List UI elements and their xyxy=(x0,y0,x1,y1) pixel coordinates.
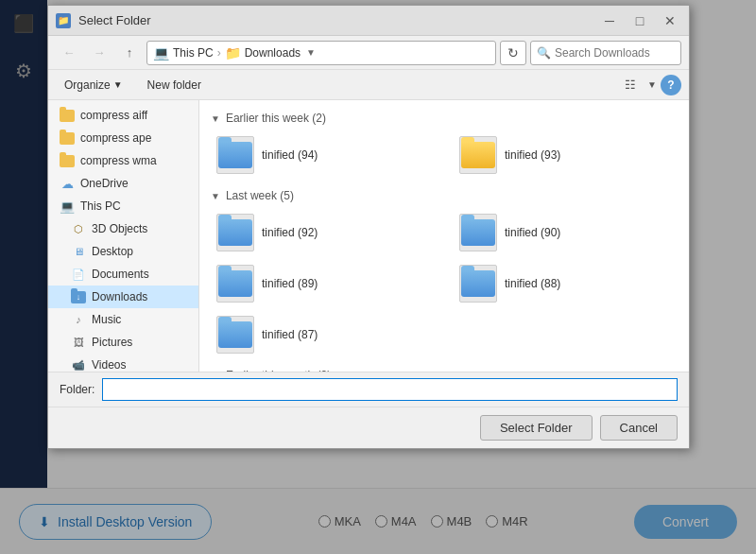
videos-icon: 📹 xyxy=(71,357,86,372)
section-header-earlier-this-week[interactable]: ▼ Earlier this week (2) xyxy=(211,112,678,125)
view-chevron-icon: ▼ xyxy=(647,79,657,90)
file-item-88[interactable]: tinified (88) xyxy=(454,261,678,306)
cloud-icon: ☁ xyxy=(60,176,75,191)
file-thumb-87 xyxy=(216,316,254,354)
cancel-button[interactable]: Cancel xyxy=(600,415,678,441)
files-panel: ▼ Earlier this week (2) tinified (94) ti… xyxy=(199,100,689,372)
sidebar-item-label: Downloads xyxy=(92,290,147,303)
sidebar-item-label: compress ape xyxy=(80,131,151,145)
folder-label: Folder: xyxy=(60,383,94,396)
dialog-footer: Folder: xyxy=(48,372,689,407)
toolbar2-right: ☷ ▼ ? xyxy=(617,73,681,97)
sidebar-item-compress-aiff[interactable]: compress aiff xyxy=(48,104,198,127)
folder-icon xyxy=(60,108,75,123)
dialog-buttons: Select Folder Cancel xyxy=(48,407,689,448)
sidebar-item-videos[interactable]: 📹 Videos xyxy=(48,354,198,372)
sidebar-item-label: Music xyxy=(92,313,121,326)
folder-icon xyxy=(60,130,75,146)
sidebar-item-compress-wma[interactable]: compress wma xyxy=(48,149,198,172)
folder-sidebar: compress aiff compress ape compress wma … xyxy=(48,100,199,372)
address-this-pc: This PC xyxy=(173,46,214,60)
sidebar-item-label: Documents xyxy=(92,268,149,281)
navigation-toolbar: ← → ↑ 💻 This PC › 📁 Downloads ▼ ↻ 🔍 xyxy=(48,36,689,70)
search-icon: 🔍 xyxy=(537,46,551,60)
close-button[interactable]: ✕ xyxy=(659,9,681,32)
search-box[interactable]: 🔍 xyxy=(530,41,681,65)
sidebar-item-label: Videos xyxy=(92,358,126,372)
refresh-button[interactable]: ↻ xyxy=(500,41,526,65)
organize-label: Organize xyxy=(64,78,111,92)
file-grid-earlier-this-week: tinified (94) tinified (93) xyxy=(211,132,678,178)
sidebar-item-label: Pictures xyxy=(92,336,132,349)
file-thumb-93 xyxy=(459,136,497,174)
section-chevron-icon: ▼ xyxy=(211,191,220,201)
download-folder-icon xyxy=(71,289,86,304)
organize-toolbar: Organize ▼ New folder ☷ ▼ ? xyxy=(48,70,689,100)
address-sep-1: › xyxy=(217,46,221,60)
file-label: tinified (87) xyxy=(262,328,318,341)
pictures-icon: 🖼 xyxy=(71,335,86,350)
file-label: tinified (92) xyxy=(262,226,318,239)
up-button[interactable]: ↑ xyxy=(116,40,143,66)
file-thumb-92 xyxy=(216,214,254,251)
sidebar-item-downloads[interactable]: Downloads xyxy=(48,286,198,308)
file-item-94[interactable]: tinified (94) xyxy=(211,132,435,178)
sidebar-item-pictures[interactable]: 🖼 Pictures xyxy=(48,331,198,354)
file-thumb-90 xyxy=(459,214,497,251)
organize-button[interactable]: Organize ▼ xyxy=(56,75,131,95)
file-item-87[interactable]: tinified (87) xyxy=(211,312,435,357)
3d-icon: ⬡ xyxy=(71,221,86,236)
file-grid-last-week: tinified (92) tinified (90) tinified (89… xyxy=(211,210,678,357)
sidebar-item-label: 3D Objects xyxy=(92,222,147,235)
section-label: Last week (5) xyxy=(226,189,294,202)
organize-chevron-icon: ▼ xyxy=(113,79,123,90)
sidebar-item-label: OneDrive xyxy=(80,177,129,190)
sidebar-item-compress-ape[interactable]: compress ape xyxy=(48,127,198,149)
sidebar-item-label: This PC xyxy=(80,199,121,213)
address-chevron-icon: ▼ xyxy=(306,47,316,58)
file-item-90[interactable]: tinified (90) xyxy=(454,210,678,255)
folder-input[interactable] xyxy=(102,378,678,401)
help-button[interactable]: ? xyxy=(661,75,681,95)
dialog-content: compress aiff compress ape compress wma … xyxy=(48,100,689,372)
sidebar-item-onedrive[interactable]: ☁ OneDrive xyxy=(48,172,198,195)
file-label: tinified (90) xyxy=(505,226,560,239)
file-label: tinified (89) xyxy=(262,277,318,290)
dialog-titlebar: 📁 Select Folder ─ □ ✕ xyxy=(48,6,689,36)
select-folder-dialog: 📁 Select Folder ─ □ ✕ ← → ↑ 💻 This PC › … xyxy=(47,5,690,449)
section-chevron-icon: ▼ xyxy=(211,113,220,124)
file-thumb-89 xyxy=(216,265,254,303)
file-thumb-94 xyxy=(216,136,254,174)
sidebar-item-this-pc[interactable]: 💻 This PC xyxy=(48,195,198,217)
file-item-93[interactable]: tinified (93) xyxy=(454,132,678,178)
file-item-89[interactable]: tinified (89) xyxy=(211,261,435,306)
search-input[interactable] xyxy=(555,46,675,60)
sidebar-item-3d-objects[interactable]: ⬡ 3D Objects xyxy=(48,217,198,240)
pc-icon: 💻 xyxy=(60,199,75,214)
sidebar-item-desktop[interactable]: 🖥 Desktop xyxy=(48,240,198,263)
section-header-last-week[interactable]: ▼ Last week (5) xyxy=(211,189,678,202)
maximize-button[interactable]: □ xyxy=(628,9,651,32)
dialog-title-icon: 📁 xyxy=(56,13,71,28)
file-thumb-88 xyxy=(459,265,497,303)
file-label: tinified (88) xyxy=(505,277,560,290)
sidebar-item-label: Desktop xyxy=(92,245,133,258)
section-label: Earlier this week (2) xyxy=(226,112,326,125)
docs-icon: 📄 xyxy=(71,267,86,282)
new-folder-button[interactable]: New folder xyxy=(139,75,210,95)
address-bar[interactable]: 💻 This PC › 📁 Downloads ▼ xyxy=(146,41,496,65)
file-label: tinified (94) xyxy=(262,148,318,162)
desktop-icon: 🖥 xyxy=(71,244,86,259)
view-button[interactable]: ☷ xyxy=(617,73,644,97)
back-button[interactable]: ← xyxy=(56,40,82,66)
forward-button[interactable]: → xyxy=(86,40,112,66)
sidebar-item-label: compress wma xyxy=(80,154,157,167)
sidebar-item-music[interactable]: ♪ Music xyxy=(48,308,198,331)
folder-icon xyxy=(60,153,75,168)
file-item-92[interactable]: tinified (92) xyxy=(211,210,435,255)
music-icon: ♪ xyxy=(71,312,86,327)
sidebar-item-documents[interactable]: 📄 Documents xyxy=(48,263,198,286)
file-label: tinified (93) xyxy=(505,148,560,162)
select-folder-button[interactable]: Select Folder xyxy=(480,415,593,441)
minimize-button[interactable]: ─ xyxy=(598,9,621,32)
